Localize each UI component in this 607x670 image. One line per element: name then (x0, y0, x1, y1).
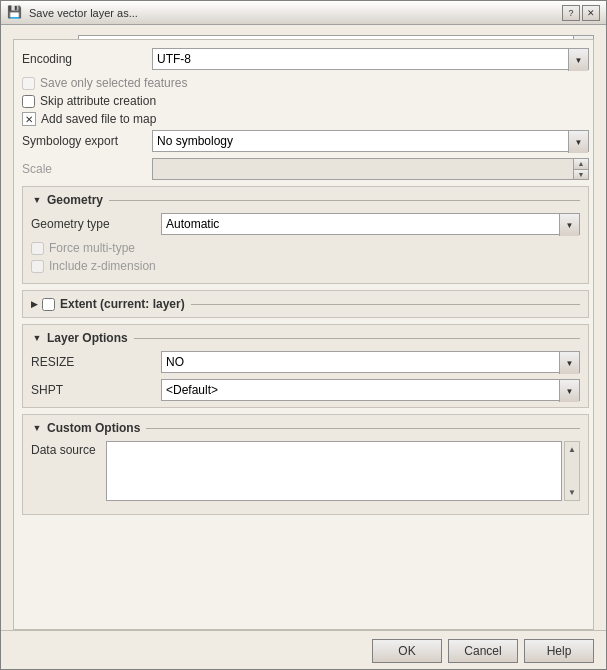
custom-options-divider (146, 428, 580, 429)
datasource-scroll-up[interactable]: ▲ (568, 445, 576, 454)
datasource-label: Data source (31, 441, 106, 457)
layer-options-title: Layer Options (47, 331, 128, 345)
extent-title: Extent (current: layer) (60, 297, 185, 311)
scale-down-button[interactable]: ▼ (574, 170, 588, 180)
custom-options-title: Custom Options (47, 421, 140, 435)
resize-value: NO (166, 355, 184, 369)
close-title-button[interactable]: ✕ (582, 5, 600, 21)
scale-control: 1:50000 ▲ ▼ (152, 158, 589, 180)
geometry-collapse-icon: ▼ (31, 194, 43, 206)
include-z-row: Include z-dimension (31, 259, 580, 273)
geometry-type-dropdown-arrow[interactable] (559, 214, 579, 236)
extent-header[interactable]: ▶ Extent (current: layer) (31, 297, 580, 311)
extent-section: ▶ Extent (current: layer) (22, 290, 589, 318)
add-to-map-checkbox[interactable]: ✕ (22, 112, 36, 126)
bottom-buttons: OK Cancel Help (1, 630, 606, 669)
encoding-row: Encoding UTF-8 (22, 48, 589, 70)
datasource-input-wrap: ▲ ▼ (106, 441, 580, 504)
title-bar-buttons: ? ✕ (562, 5, 600, 21)
layer-options-collapse-icon: ▼ (31, 332, 43, 344)
scrollable-content: Encoding UTF-8 Save only selected featur… (13, 39, 594, 630)
main-window: 💾 Save vector layer as... ? ✕ Format ESR… (0, 0, 607, 670)
scale-label: Scale (22, 162, 152, 176)
symbology-control: No symbology (152, 130, 589, 152)
shpt-label: SHPT (31, 383, 161, 397)
scale-spinbox: 1:50000 ▲ ▼ (152, 158, 589, 180)
help-title-button[interactable]: ? (562, 5, 580, 21)
top-form: Format ESRI Shapefile Save as K:/Class/S… (1, 25, 606, 39)
window-title: Save vector layer as... (29, 7, 138, 19)
force-multi-label: Force multi-type (49, 241, 135, 255)
add-to-map-row: ✕ Add saved file to map (22, 112, 589, 126)
layer-options-section: ▼ Layer Options RESIZE NO SHPT (22, 324, 589, 408)
shpt-dropdown-arrow[interactable] (559, 380, 579, 402)
encoding-dropdown-arrow[interactable] (568, 49, 588, 71)
datasource-row: Data source ▲ ▼ (31, 441, 580, 504)
extent-divider (191, 304, 580, 305)
cancel-button[interactable]: Cancel (448, 639, 518, 663)
resize-control: NO (161, 351, 580, 373)
symbology-dropdown-arrow[interactable] (568, 131, 588, 153)
symbology-label: Symbology export (22, 134, 152, 148)
skip-attr-checkbox[interactable] (22, 95, 35, 108)
datasource-input[interactable] (106, 441, 562, 501)
scale-spin-buttons: ▲ ▼ (573, 158, 589, 180)
layer-options-header[interactable]: ▼ Layer Options (31, 331, 580, 345)
force-multi-checkbox[interactable] (31, 242, 44, 255)
layer-options-divider (134, 338, 580, 339)
encoding-control: UTF-8 (152, 48, 589, 70)
save-selected-row: Save only selected features (22, 76, 589, 90)
ok-button[interactable]: OK (372, 639, 442, 663)
custom-options-collapse-icon: ▼ (31, 422, 43, 434)
custom-options-header[interactable]: ▼ Custom Options (31, 421, 580, 435)
skip-attr-label: Skip attribute creation (40, 94, 156, 108)
datasource-scroll-down[interactable]: ▼ (568, 488, 576, 497)
geometry-divider (109, 200, 580, 201)
scale-up-button[interactable]: ▲ (574, 159, 588, 170)
title-bar: 💾 Save vector layer as... ? ✕ (1, 1, 606, 25)
scale-input[interactable]: 1:50000 (152, 158, 573, 180)
geometry-header[interactable]: ▼ Geometry (31, 193, 580, 207)
resize-label: RESIZE (31, 355, 161, 369)
extent-checkbox[interactable] (42, 298, 55, 311)
save-selected-checkbox[interactable] (22, 77, 35, 90)
geometry-type-row: Geometry type Automatic (31, 213, 580, 235)
resize-row: RESIZE NO (31, 351, 580, 373)
scale-row: Scale 1:50000 ▲ ▼ (22, 158, 589, 180)
symbology-row: Symbology export No symbology (22, 130, 589, 152)
shpt-value: <Default> (166, 383, 218, 397)
encoding-value: UTF-8 (157, 52, 191, 66)
encoding-label: Encoding (22, 52, 152, 66)
geometry-section: ▼ Geometry Geometry type Automatic (22, 186, 589, 284)
window-icon: 💾 (7, 5, 23, 21)
add-to-map-label: Add saved file to map (41, 112, 156, 126)
geometry-type-label: Geometry type (31, 217, 161, 231)
geometry-type-value: Automatic (166, 217, 219, 231)
force-multi-row: Force multi-type (31, 241, 580, 255)
shpt-row: SHPT <Default> (31, 379, 580, 401)
custom-options-section: ▼ Custom Options Data source ▲ ▼ (22, 414, 589, 515)
geometry-title: Geometry (47, 193, 103, 207)
save-selected-label: Save only selected features (40, 76, 187, 90)
include-z-label: Include z-dimension (49, 259, 156, 273)
shpt-control: <Default> (161, 379, 580, 401)
title-bar-left: 💾 Save vector layer as... (7, 5, 138, 21)
resize-dropdown-arrow[interactable] (559, 352, 579, 374)
geometry-type-control: Automatic (161, 213, 580, 235)
skip-attr-row: Skip attribute creation (22, 94, 589, 108)
symbology-value: No symbology (157, 134, 233, 148)
datasource-scrollbar: ▲ ▼ (564, 441, 580, 501)
include-z-checkbox[interactable] (31, 260, 44, 273)
extent-collapse-icon: ▶ (31, 299, 38, 309)
help-button[interactable]: Help (524, 639, 594, 663)
